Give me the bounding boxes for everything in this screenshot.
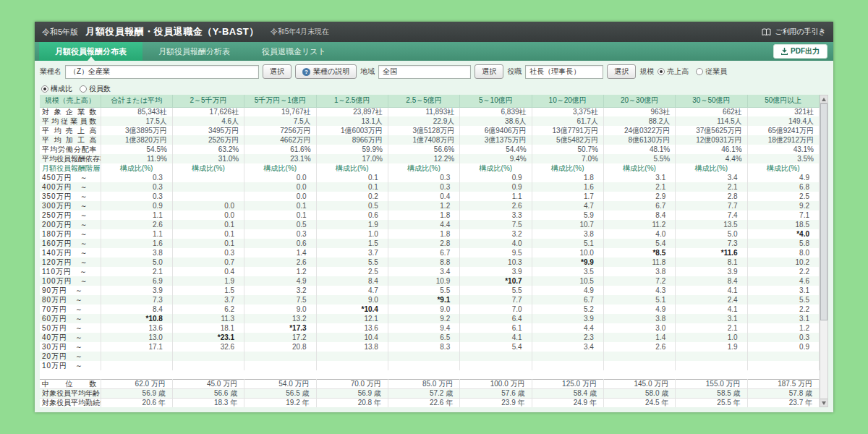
dist-cell: 0.3 xyxy=(101,182,172,192)
dist-cell: 0.1 xyxy=(316,173,388,182)
dist-cell: 0.9 xyxy=(747,342,819,352)
dist-cell: 7.4 xyxy=(676,210,747,220)
scrollbar-thumb[interactable] xyxy=(820,103,827,320)
dist-cell: 10.4 xyxy=(316,333,388,342)
pdf-export-button[interactable]: PDF出力 xyxy=(773,44,827,59)
dist-cell: 1.1 xyxy=(101,210,172,220)
summary-row-label: 中位数 xyxy=(40,379,101,388)
col-header-3: 1～2.5億円 xyxy=(316,95,388,107)
dist-cell: 7.3 xyxy=(676,239,747,248)
dist-cell: 9.2 xyxy=(747,201,819,210)
dist-row-label: 90万円 ～ xyxy=(40,286,101,295)
dist-cell: 1.9 xyxy=(676,342,747,352)
col-header-8: 30～50億円 xyxy=(676,95,747,107)
dist-cell: 11.3 xyxy=(172,314,244,323)
main-content: 業種名 選択 ? 業種の説明 地域 選択 役職 選択 規模 売上高従業員 構成比… xyxy=(35,61,833,407)
info-icon: ? xyxy=(302,68,310,76)
region-input[interactable] xyxy=(378,65,471,79)
industry-description-button[interactable]: ? 業種の説明 xyxy=(295,64,357,79)
dist-cell: 4.1 xyxy=(460,333,532,342)
scale-radio-0[interactable]: 売上高 xyxy=(658,67,689,77)
view-mode-radio-1[interactable]: 役員数 xyxy=(80,84,111,94)
dist-header-row: 月額役員報酬階層構成比(%)構成比(%)構成比(%)構成比(%)構成比(%)構成… xyxy=(40,163,820,173)
dist-cell: 9.0 xyxy=(388,305,459,314)
col-header-4: 2.5～5億円 xyxy=(388,95,459,107)
dist-cell: 2.1 xyxy=(101,267,172,276)
dist-cell: 13.2 xyxy=(244,314,316,323)
dist-cell: 12.1 xyxy=(316,314,388,323)
summary-cell: 25.5 年 xyxy=(676,398,747,407)
dist-cell: 0.0 xyxy=(244,192,316,201)
dist-cell: 13.6 xyxy=(316,323,388,333)
stat-cell: 11.9% xyxy=(101,154,172,163)
summary-cell: 57.8 歳 xyxy=(747,388,819,398)
tab-monthly-compensation-analysis[interactable]: 月額役員報酬分析表 xyxy=(142,42,246,61)
dist-cell: 1.8 xyxy=(388,210,459,220)
dist-cell: 3.1 xyxy=(603,173,675,182)
stat-cell: 23,897社 xyxy=(316,107,388,116)
stat-cell: 3,375社 xyxy=(532,107,603,116)
stat-cell: 1億6003万円 xyxy=(316,126,388,135)
summary-cell: 22.6 年 xyxy=(388,398,459,407)
dist-cell: 3.1 xyxy=(676,314,747,323)
dist-row-label: 250万円 ～ xyxy=(40,210,101,220)
scale-label: 規模 xyxy=(639,67,654,77)
dist-cell: 4.9 xyxy=(244,276,316,286)
summary-cell: 56.6 歳 xyxy=(172,388,244,398)
dist-cell: 8.8 xyxy=(388,258,459,267)
region-select-button[interactable]: 選択 xyxy=(475,64,503,79)
summary-cell: 58.5 歳 xyxy=(676,388,747,398)
dist-cell: 2.8 xyxy=(676,192,747,201)
view-mode-radio-0[interactable]: 構成比 xyxy=(41,84,72,94)
stat-cell: 12.2% xyxy=(388,154,459,163)
dist-cell: 9.4 xyxy=(388,323,459,333)
col-header-2: 5千万円～1億円 xyxy=(244,95,316,107)
dist-cell xyxy=(244,352,316,361)
summary-cell: 70.0 万円 xyxy=(316,379,388,388)
dist-cell: 3.9 xyxy=(101,286,172,295)
stat-cell: 1億7408万円 xyxy=(388,135,459,145)
dist-cell: 2.8 xyxy=(388,239,459,248)
user-guide-link[interactable]: ご利用の手引き xyxy=(762,27,826,37)
dist-cell: 0.6 xyxy=(244,239,316,248)
dist-cell: 0.1 xyxy=(316,182,388,192)
dist-cell: 1.2 xyxy=(388,201,459,210)
dist-cell: 7.3 xyxy=(101,295,172,305)
dist-cell: 13.0 xyxy=(101,333,172,342)
scroll-down-arrow[interactable] xyxy=(820,399,827,407)
summary-cell: 20.8 年 xyxy=(316,398,388,407)
dist-cell: 3.8 xyxy=(603,267,675,276)
title-bar: 令和5年版 月額役員報酬・役員退職金（Y-BAST） 令和5年4月末現在 ご利用… xyxy=(35,22,833,42)
dist-cell: 0.5 xyxy=(316,201,388,210)
industry-input[interactable] xyxy=(65,65,259,79)
dist-cell: 6.7 xyxy=(532,295,603,305)
stat-cell: 4662万円 xyxy=(244,135,316,145)
dist-cell: 5.0 xyxy=(676,229,747,239)
dist-cell: 2.6 xyxy=(460,201,532,210)
tab-retirement-benefit-list[interactable]: 役員退職金リスト xyxy=(246,42,342,61)
dist-cell xyxy=(460,361,532,370)
dist-cell: 6.2 xyxy=(172,305,244,314)
view-mode-radio-group: 構成比役員数 xyxy=(40,82,828,95)
dist-cell: 5.5 xyxy=(316,258,388,267)
stat-cell: 48.1% xyxy=(603,145,675,154)
dist-row: 20万円 ～ xyxy=(40,352,820,361)
dist-cell-median: *23.1 xyxy=(172,333,244,342)
tab-bar: 月額役員報酬分布表 月額役員報酬分析表 役員退職金リスト PDF出力 xyxy=(35,42,833,61)
tab-monthly-compensation-distribution[interactable]: 月額役員報酬分布表 xyxy=(39,42,142,61)
dist-cell: 0.4 xyxy=(172,267,244,276)
position-input[interactable] xyxy=(525,65,603,79)
industry-select-button[interactable]: 選択 xyxy=(263,64,292,79)
dist-cell: 5.1 xyxy=(603,295,675,305)
scroll-up-arrow[interactable] xyxy=(820,95,827,103)
vertical-scrollbar[interactable] xyxy=(820,95,828,407)
summary-row-label: 対象役員平均年齢 xyxy=(40,388,101,398)
dist-cell: 0.1 xyxy=(172,220,244,229)
dist-cell: 11.8 xyxy=(603,258,675,267)
scale-radio-label: 従業員 xyxy=(705,67,727,77)
dist-cell: 4.6 xyxy=(747,276,819,286)
position-select-button[interactable]: 選択 xyxy=(607,64,636,79)
view-mode-radio-label: 構成比 xyxy=(51,84,72,94)
scale-radio-1[interactable]: 従業員 xyxy=(696,67,727,77)
stat-cell: 37億5625万円 xyxy=(676,126,747,135)
